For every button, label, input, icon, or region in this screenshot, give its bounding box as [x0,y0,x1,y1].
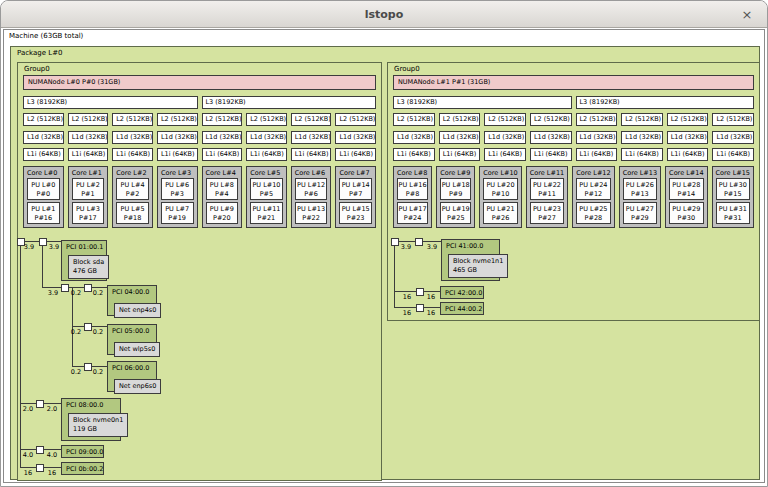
core-box: Core L#14 PU L#28P#14 PU L#29P#30 [665,166,707,228]
l1d-cache-box: L1d (32KB) [484,131,526,144]
net-device-box: Net enp6s0 [114,379,161,394]
core-box: Core L#7 PU L#14P#7 PU L#15P#23 [335,166,376,228]
pu-box: PU L#12P#6 [295,178,328,200]
bridge-square [85,323,92,330]
core-box: Core L#5 PU L#10P#5 PU L#11P#21 [246,166,287,228]
link-speed: 3.9 [48,289,58,297]
pci-box: PCI 08:00.0 Block nvme0n1119 GB [61,398,121,441]
pci-label: PCI 09:00.0 [66,448,99,457]
bridge-square [62,284,69,291]
l2-cache-box: L2 (512KB) [667,113,709,126]
link-speed: 4.0 [47,451,57,459]
pu-box: PU L#7P#19 [161,202,194,224]
pu-box: PU L#26P#13 [623,178,657,200]
l3-row: L3 (8192KB) L3 (8192KB) [393,96,754,109]
group-label: Group0 [394,65,420,73]
numanode-box: NUMANode L#0 P#0 (31GB) [23,75,376,90]
l1i-cache-box: L1i (64KB) [530,148,572,161]
l1d-row: L1d (32KB) L1d (32KB) L1d (32KB) L1d (32… [23,131,376,144]
core-label: Core L#10 [483,168,517,178]
core-label: Core L#8 [397,168,428,178]
group0-right: Group0 NUMANode L#1 P#1 (31GB) L3 (8192K… [387,62,760,321]
link-speed: 0.2 [71,328,81,336]
l1d-cache-box: L1d (32KB) [712,131,754,144]
l2-cache-box: L2 (512KB) [576,113,618,126]
block-device-box: Block sda476 GB [68,255,109,279]
pu-box: PU L#22P#11 [530,178,564,200]
l1d-row: L1d (32KB) L1d (32KB) L1d (32KB) L1d (32… [393,131,754,144]
bridge-square [391,238,398,245]
pu-box: PU L#20P#10 [483,178,517,200]
package-label: Package L#0 [17,49,62,57]
pci-label: PCI 04:00.0 [112,288,152,297]
package-box: Package L#0 Group0 NUMANode L#0 P#0 (31G… [10,46,760,480]
l1i-cache-box: L1i (64KB) [246,148,287,161]
bridge-square [415,238,422,245]
pu-box: PU L#8P#4 [206,178,239,200]
pu-box: PU L#24P#12 [576,178,610,200]
l1d-cache-box: L1d (32KB) [393,131,435,144]
core-label: Core L#1 [72,168,105,178]
close-icon[interactable]: × [739,7,755,23]
l1i-cache-box: L1i (64KB) [576,148,618,161]
link-speed: 16 [24,469,32,477]
pu-box: PU L#17P#24 [397,202,428,224]
bridge-square [39,238,46,245]
pu-box: PU L#30P#15 [716,178,750,200]
l1d-cache-box: L1d (32KB) [23,131,64,144]
bridge-square [36,400,43,407]
l1i-row: L1i (64KB) L1i (64KB) L1i (64KB) L1i (64… [393,148,754,161]
pu-box: PU L#19P#25 [440,202,471,224]
pu-box: PU L#5P#18 [116,202,149,224]
core-box: Core L#11 PU L#22P#11 PU L#23P#27 [526,166,568,228]
l1d-cache-box: L1d (32KB) [439,131,481,144]
l1i-cache-box: L1i (64KB) [68,148,109,161]
pci-label: PCI 05:00.0 [112,327,152,336]
l2-cache-box: L2 (512KB) [246,113,287,126]
core-label: Core L#6 [295,168,328,178]
l2-cache-box: L2 (512KB) [157,113,198,126]
link-speed: 0.2 [93,328,103,336]
pci-label: PCI 42:00.0 [445,289,479,298]
core-label: Core L#4 [206,168,239,178]
l1i-cache-box: L1i (64KB) [712,148,754,161]
link-speed: 2.0 [23,405,33,413]
l1d-cache-box: L1d (32KB) [335,131,376,144]
pci-tree-left: 3.9 3.9 PCI 01:00.1 Block sda476 GB 3.9 … [18,233,380,482]
l3-cache-box: L3 (8192KB) [393,96,572,109]
link-speed: 3.9 [24,243,34,251]
core-box: Core L#4 PU L#8P#4 PU L#9P#20 [202,166,243,228]
l1d-cache-box: L1d (32KB) [202,131,243,144]
pu-box: PU L#23P#27 [530,202,564,224]
pu-box: PU L#3P#17 [72,202,105,224]
core-box: Core L#1 PU L#2P#1 PU L#3P#17 [68,166,109,228]
link-speed: 0.2 [71,289,81,297]
l1d-cache-box: L1d (32KB) [157,131,198,144]
l3-row: L3 (8192KB) L3 (8192KB) [23,96,376,109]
l2-cache-box: L2 (512KB) [484,113,526,126]
core-label: Core L#7 [339,168,372,178]
bridge-square [36,446,43,453]
core-box: Core L#9 PU L#18P#9 PU L#19P#25 [436,166,475,228]
pci-label: PCI 08:00.0 [66,401,116,410]
l2-cache-box: L2 (512KB) [439,113,481,126]
l1d-cache-box: L1d (32KB) [621,131,663,144]
core-box: Core L#12 PU L#24P#12 PU L#25P#28 [572,166,614,228]
l3-cache-box: L3 (8192KB) [23,96,198,109]
l2-cache-box: L2 (512KB) [393,113,435,126]
l1d-cache-box: L1d (32KB) [246,131,287,144]
l2-cache-box: L2 (512KB) [202,113,243,126]
core-box: Core L#6 PU L#12P#6 PU L#13P#22 [291,166,332,228]
bridge-square [36,464,43,471]
l1i-cache-box: L1i (64KB) [112,148,153,161]
pci-box: PCI 09:00.0 [61,445,104,458]
l1d-cache-box: L1d (32KB) [68,131,109,144]
core-box: Core L#8 PU L#16P#8 PU L#17P#24 [393,166,432,228]
pci-box: PCI 06:00.0 Net enp6s0 [107,361,157,392]
pu-box: PU L#10P#5 [250,178,283,200]
pci-label: PCI 44:00.2 [445,305,479,314]
titlebar: lstopo × [1,1,767,28]
link-speed: 0.2 [93,289,103,297]
cores-row: Core L#8 PU L#16P#8 PU L#17P#24 Core L#9… [393,166,754,228]
l2-cache-box: L2 (512KB) [291,113,332,126]
